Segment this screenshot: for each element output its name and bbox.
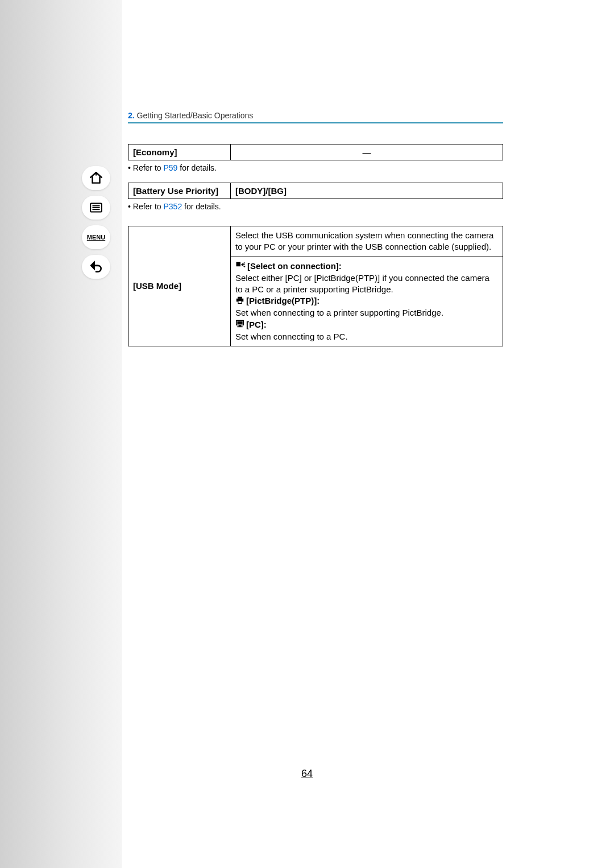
pc-icon (235, 319, 244, 330)
opt1-text: Select either [PC] or [PictBridge(PTP)] … (235, 273, 489, 294)
opt3-label: [PC]: (246, 320, 267, 329)
section-number: 2. (128, 111, 135, 120)
table-row: [Battery Use Priority] [BODY]/[BG] (128, 183, 503, 199)
economy-value: — (231, 144, 503, 160)
page-content: 2. Getting Started/Basic Operations [Eco… (128, 111, 503, 346)
usb-label: [USB Mode] (128, 226, 231, 346)
back-icon (89, 259, 103, 274)
contents-button[interactable] (82, 196, 110, 220)
svg-rect-11 (237, 322, 242, 325)
svg-rect-9 (238, 301, 242, 304)
sidebar: MENU (0, 0, 122, 868)
svg-rect-7 (238, 297, 242, 299)
back-button[interactable] (82, 255, 110, 279)
opt3-text: Set when connecting to a PC. (235, 332, 348, 341)
sidebar-nav: MENU (82, 166, 110, 279)
usb-options: [Select on connection]: Select either [P… (231, 257, 503, 346)
menu-button[interactable]: MENU (82, 225, 110, 249)
svg-rect-12 (239, 326, 242, 327)
opt1-label: [Select on connection]: (247, 261, 342, 271)
battery-refer: • Refer to P352 for details. (128, 202, 503, 211)
opt2-label: [PictBridge(PTP)]: (246, 296, 320, 305)
svg-point-5 (244, 263, 245, 264)
list-icon (89, 200, 103, 215)
table-row: [USB Mode] Select the USB communication … (128, 226, 503, 257)
battery-value: [BODY]/[BG] (231, 183, 503, 199)
svg-rect-6 (244, 266, 245, 267)
usb-description: Select the USB communication system when… (231, 226, 503, 257)
select-connection-icon (235, 261, 246, 272)
home-icon (89, 171, 103, 185)
table-row: [Economy] — (128, 144, 503, 160)
page-number[interactable]: 64 (0, 768, 614, 780)
economy-refer: • Refer to P59 for details. (128, 163, 503, 172)
link-p352[interactable]: P352 (163, 202, 182, 211)
menu-label: MENU (87, 234, 105, 241)
svg-rect-4 (237, 262, 241, 267)
battery-table: [Battery Use Priority] [BODY]/[BG] (128, 183, 503, 199)
section-header: 2. Getting Started/Basic Operations (128, 111, 503, 123)
printer-icon (235, 296, 244, 307)
link-p59[interactable]: P59 (163, 163, 177, 172)
economy-label: [Economy] (128, 144, 231, 160)
svg-rect-13 (237, 326, 242, 328)
section-title: Getting Started/Basic Operations (137, 111, 254, 120)
battery-label: [Battery Use Priority] (128, 183, 231, 199)
economy-table: [Economy] — (128, 144, 503, 160)
opt2-text: Set when connecting to a printer support… (235, 308, 443, 317)
home-button[interactable] (82, 166, 110, 190)
usb-table: [USB Mode] Select the USB communication … (128, 226, 503, 346)
